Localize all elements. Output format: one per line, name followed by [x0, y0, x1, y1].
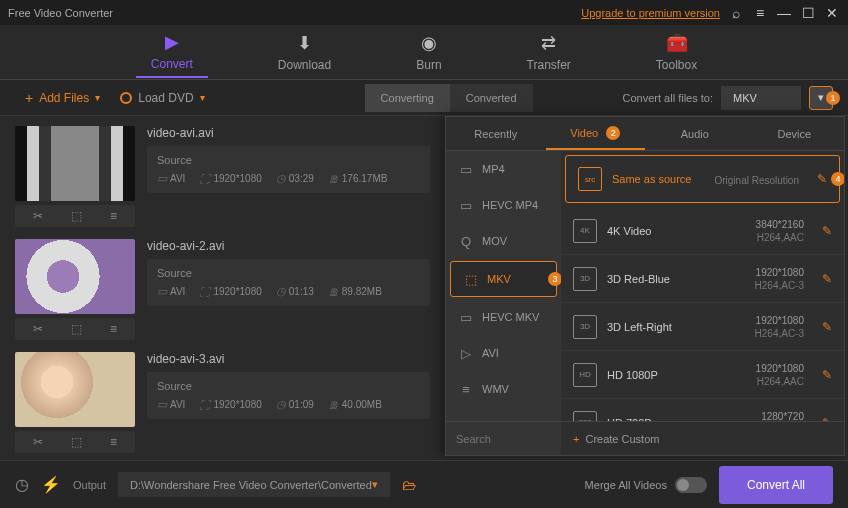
- edit-icon[interactable]: ✎: [817, 172, 827, 186]
- settings-icon[interactable]: ≡: [110, 209, 117, 223]
- crop-icon[interactable]: ⬚: [71, 435, 82, 449]
- video-file-icon: ▷: [458, 346, 474, 361]
- convert-to-label: Convert all files to:: [623, 92, 713, 104]
- cat-wmv[interactable]: ≡WMV: [446, 371, 561, 407]
- nav-burn[interactable]: ◉Burn: [401, 27, 456, 77]
- preset-icon: src: [578, 167, 602, 191]
- tab-converted[interactable]: Converted: [450, 84, 533, 112]
- cat-mp4[interactable]: ▭MP4: [446, 151, 561, 187]
- merge-toggle[interactable]: [675, 477, 707, 493]
- settings-icon[interactable]: ≡: [110, 322, 117, 336]
- video-file-icon: ▭: [458, 162, 474, 177]
- add-files-button[interactable]: +Add Files▾: [15, 85, 110, 111]
- step-badge-4: 4: [831, 172, 844, 186]
- step-badge-1: 1: [826, 91, 840, 105]
- edit-icon[interactable]: ✎: [822, 224, 832, 238]
- preset-icon: 720: [573, 411, 597, 422]
- step-badge-2: 2: [606, 126, 620, 140]
- nav-label: Toolbox: [656, 58, 697, 72]
- search-icon[interactable]: ⌕: [728, 5, 744, 21]
- preset-720p[interactable]: 720HD 720P1280*720H264,AAC✎: [561, 399, 844, 421]
- crop-icon[interactable]: ⬚: [71, 209, 82, 223]
- nav-label: Download: [278, 58, 331, 72]
- cut-icon[interactable]: ✂: [33, 209, 43, 223]
- edit-icon[interactable]: ✎: [822, 320, 832, 334]
- transfer-icon: ⇄: [541, 32, 556, 54]
- cat-mov[interactable]: QMOV: [446, 223, 561, 259]
- folder-icon[interactable]: 🗁: [402, 477, 416, 493]
- thumb-tools: ✂⬚≡: [15, 431, 135, 453]
- plus-icon: +: [25, 90, 33, 106]
- burn-icon: ◉: [421, 32, 437, 54]
- preset-same-source[interactable]: srcSame as sourceOriginal Resolution✎4: [565, 155, 840, 203]
- lightning-icon[interactable]: ⚡: [41, 475, 61, 494]
- nav-label: Transfer: [527, 58, 571, 72]
- toolbar: +Add Files▾ Load DVD▾ Converting Convert…: [0, 80, 848, 116]
- source-label: Source: [157, 380, 420, 392]
- search-input[interactable]: [446, 422, 561, 455]
- file-icon: 🗎: [328, 173, 339, 185]
- preset-4k[interactable]: 4K4K Video3840*2160H264,AAC✎: [561, 207, 844, 255]
- chevron-down-icon: ▾: [372, 478, 378, 491]
- clock-icon: ◷: [276, 398, 286, 411]
- video-file-icon: ≡: [458, 382, 474, 397]
- close-icon[interactable]: ✕: [824, 5, 840, 21]
- preset-1080p[interactable]: HDHD 1080P1920*1080H264,AAC✎: [561, 351, 844, 399]
- tab-converting[interactable]: Converting: [365, 84, 450, 112]
- video-thumbnail[interactable]: [15, 126, 135, 201]
- video-thumbnail[interactable]: [15, 352, 135, 427]
- load-dvd-button[interactable]: Load DVD▾: [110, 86, 214, 110]
- cat-m4v[interactable]: ▭M4V: [446, 407, 561, 421]
- clock-icon[interactable]: ◷: [15, 475, 29, 494]
- cat-avi[interactable]: ▷AVI: [446, 335, 561, 371]
- video-thumbnail[interactable]: [15, 239, 135, 314]
- nav-download[interactable]: ⬇Download: [263, 27, 346, 77]
- cat-mkv[interactable]: ⬚MKV3: [450, 261, 557, 297]
- nav-convert[interactable]: ▶Convert: [136, 26, 208, 78]
- file-name: video-avi-3.avi: [147, 352, 430, 366]
- nav-label: Convert: [151, 57, 193, 71]
- format-icon: ▭: [157, 398, 167, 411]
- cut-icon[interactable]: ✂: [33, 322, 43, 336]
- convert-all-button[interactable]: Convert All: [719, 466, 833, 504]
- minimize-icon[interactable]: —: [776, 5, 792, 21]
- file-item: ✂⬚≡ video-avi-3.avi Source ▭AVI⛶1920*108…: [15, 352, 430, 453]
- premium-link[interactable]: Upgrade to premium version: [581, 7, 720, 19]
- tab-device[interactable]: Device: [745, 117, 845, 150]
- preset-3d-rb[interactable]: 3D3D Red-Blue1920*1080H264,AC-3✎: [561, 255, 844, 303]
- preset-list: srcSame as sourceOriginal Resolution✎4 4…: [561, 151, 844, 421]
- format-icon: ▭: [157, 172, 167, 185]
- format-select[interactable]: MKV: [721, 86, 801, 110]
- menu-icon[interactable]: ≡: [752, 5, 768, 21]
- category-list: ▭MP4 ▭HEVC MP4 QMOV ⬚MKV3 ▭HEVC MKV ▷AVI…: [446, 151, 561, 421]
- merge-label: Merge All Videos: [585, 479, 667, 491]
- nav-transfer[interactable]: ⇄Transfer: [512, 27, 586, 77]
- preset-3d-lr[interactable]: 3D3D Left-Right1920*1080H264,AC-3✎: [561, 303, 844, 351]
- cat-hevc-mkv[interactable]: ▭HEVC MKV: [446, 299, 561, 335]
- video-file-icon: ▭: [458, 198, 474, 213]
- settings-icon[interactable]: ≡: [110, 435, 117, 449]
- source-label: Source: [157, 154, 420, 166]
- tab-recently[interactable]: Recently: [446, 117, 546, 150]
- edit-icon[interactable]: ✎: [822, 272, 832, 286]
- output-path[interactable]: D:\Wondershare Free Video Converter\Conv…: [118, 472, 390, 497]
- toolbox-icon: 🧰: [666, 32, 688, 54]
- format-panel: Recently Video2 Audio Device ▭MP4 ▭HEVC …: [445, 116, 845, 456]
- create-custom-button[interactable]: +Create Custom: [561, 422, 844, 455]
- cut-icon[interactable]: ✂: [33, 435, 43, 449]
- tab-audio[interactable]: Audio: [645, 117, 745, 150]
- nav-toolbox[interactable]: 🧰Toolbox: [641, 27, 712, 77]
- cat-hevc-mp4[interactable]: ▭HEVC MP4: [446, 187, 561, 223]
- tab-video[interactable]: Video2: [546, 117, 646, 150]
- crop-icon[interactable]: ⬚: [71, 322, 82, 336]
- thumb-tools: ✂⬚≡: [15, 205, 135, 227]
- video-file-icon: Q: [458, 234, 474, 249]
- maximize-icon[interactable]: ☐: [800, 5, 816, 21]
- clock-icon: ◷: [276, 285, 286, 298]
- edit-icon[interactable]: ✎: [822, 368, 832, 382]
- source-label: Source: [157, 267, 420, 279]
- video-file-icon: ⬚: [463, 272, 479, 287]
- chevron-down-icon: ▾: [818, 91, 824, 104]
- format-dropdown-button[interactable]: ▾1: [809, 86, 833, 110]
- file-icon: 🗎: [328, 286, 339, 298]
